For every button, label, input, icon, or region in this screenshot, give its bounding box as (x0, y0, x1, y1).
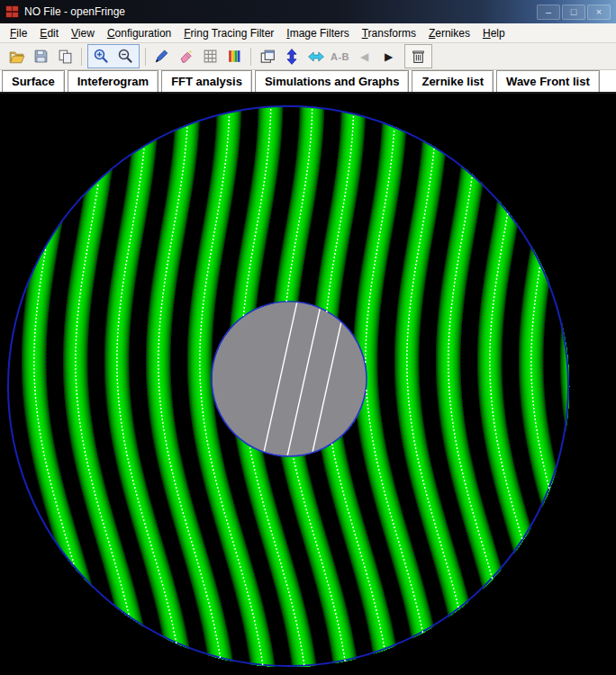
zoom-in-icon (93, 48, 110, 65)
zoom-out-icon (117, 48, 134, 65)
window-title: NO File - openFringe (24, 5, 125, 18)
delete-button[interactable] (406, 45, 430, 68)
flip-vertical-button[interactable] (279, 45, 303, 68)
trash-icon (411, 49, 426, 64)
title-bar: NO File - openFringe – □ × (0, 0, 616, 23)
window-controls: – □ × (537, 4, 611, 20)
copy-button[interactable] (53, 45, 77, 68)
menu-bar: File Edit View Configuration Fring Traci… (0, 23, 616, 43)
prev-frame-button[interactable]: ◀ (352, 45, 376, 68)
menu-help[interactable]: Help (476, 25, 512, 41)
zoom-out-button[interactable] (113, 45, 138, 68)
horizontal-double-arrow-icon (308, 49, 324, 65)
toolbar-separator (81, 48, 82, 66)
toolbar-separator (250, 48, 251, 66)
tab-zernike-list[interactable]: Zernike list (412, 70, 494, 92)
prev-arrow-icon: ◀ (360, 51, 368, 62)
tab-interferogram[interactable]: Inteferogram (68, 70, 159, 92)
close-button[interactable]: × (587, 4, 611, 20)
copy-icon (58, 49, 73, 64)
maximize-button[interactable]: □ (562, 4, 585, 20)
folder-open-icon (9, 49, 25, 65)
menu-view[interactable]: View (65, 25, 101, 41)
toolbar: A-B ◀ ▶ (0, 43, 616, 70)
zoom-tool-group (87, 44, 140, 68)
next-frame-button[interactable]: ▶ (376, 45, 401, 68)
floppy-disk-icon (33, 49, 49, 64)
menu-configuration[interactable]: Configuration (101, 25, 177, 41)
tab-fft-analysis[interactable]: FFT analysis (161, 70, 252, 92)
open-button[interactable] (5, 45, 29, 68)
delete-tool-group (404, 44, 432, 68)
flip-horizontal-button[interactable] (303, 45, 328, 68)
menu-image-filters[interactable]: Image Filters (280, 25, 355, 41)
menu-fringe-tracing-filter[interactable]: Fring Tracing Filter (177, 25, 280, 41)
app-icon (5, 5, 19, 18)
toolbar-separator (145, 48, 146, 66)
zoom-in-button[interactable] (89, 45, 113, 68)
save-button[interactable] (29, 45, 53, 68)
ab-compare-label: A-B (331, 51, 349, 62)
interferogram-canvas[interactable] (0, 94, 616, 675)
tab-simulations-and-graphs[interactable]: Simulations and Graphs (255, 70, 410, 92)
menu-edit[interactable]: Edit (33, 25, 65, 41)
next-arrow-icon: ▶ (385, 51, 393, 62)
tab-surface[interactable]: Surface (2, 70, 65, 92)
main-view (0, 94, 616, 675)
eraser-button[interactable] (174, 45, 198, 68)
color-bars-icon (227, 49, 242, 64)
tab-wave-front-list[interactable]: Wave Front list (496, 70, 600, 92)
grid-icon (203, 49, 218, 64)
trace-pen-button[interactable] (149, 45, 174, 68)
grid-button[interactable] (198, 45, 222, 68)
menu-zernikes[interactable]: Zernikes (422, 25, 476, 41)
eraser-icon (178, 49, 194, 64)
ab-compare-button[interactable]: A-B (328, 45, 352, 68)
minimize-button[interactable]: – (537, 4, 560, 20)
color-scale-button[interactable] (222, 45, 247, 68)
tile-windows-button[interactable] (255, 45, 279, 68)
cascade-windows-icon (259, 49, 276, 65)
pen-icon (154, 49, 169, 64)
menu-transforms[interactable]: Transforms (356, 25, 422, 41)
tab-bar: Surface Inteferogram FFT analysis Simula… (0, 70, 616, 94)
menu-file[interactable]: File (4, 25, 33, 41)
vertical-double-arrow-icon (284, 49, 300, 65)
